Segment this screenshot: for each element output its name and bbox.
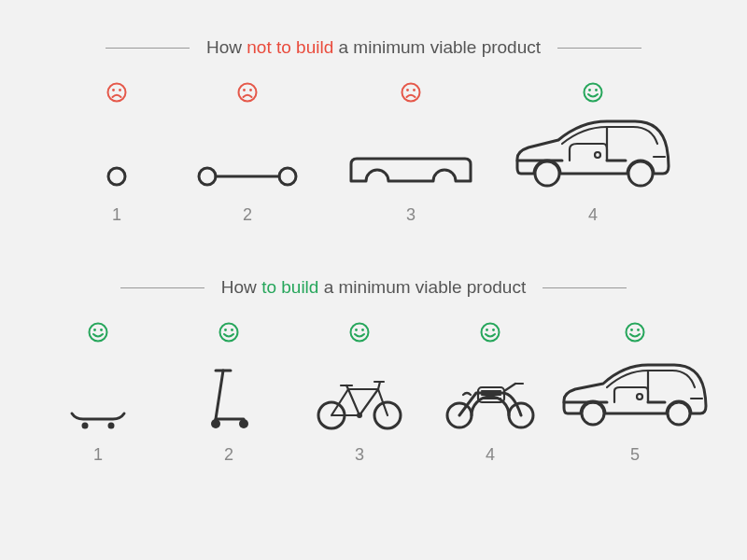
svg-point-23 <box>90 324 107 342</box>
svg-point-11 <box>406 89 409 91</box>
svg-point-35 <box>239 419 248 428</box>
title-highlight: to build <box>261 277 318 297</box>
step-number: 3 <box>355 445 364 465</box>
motorcycle-icon <box>439 356 542 430</box>
svg-point-28 <box>220 324 238 342</box>
happy-face-icon <box>583 82 603 103</box>
sad-face-icon <box>237 82 258 103</box>
svg-point-16 <box>535 161 559 186</box>
step-number: 2 <box>224 445 233 465</box>
section-title: How to build a minimum viable product <box>221 277 526 298</box>
wheel-icon <box>103 116 131 190</box>
svg-point-34 <box>211 419 220 428</box>
svg-line-32 <box>216 371 223 419</box>
car-icon <box>560 356 710 430</box>
title-row: How to build a minimum viable product <box>0 225 747 322</box>
svg-point-29 <box>224 329 227 331</box>
step-number: 4 <box>486 445 495 465</box>
svg-point-9 <box>279 168 296 185</box>
svg-point-0 <box>108 84 126 102</box>
steps-row: 1 2 <box>0 322 747 465</box>
step-2: 2 <box>173 82 322 225</box>
step-3: 3 <box>322 82 500 225</box>
svg-point-54 <box>630 329 633 331</box>
svg-point-3 <box>108 168 125 185</box>
svg-point-46 <box>492 329 495 331</box>
svg-point-25 <box>100 329 103 331</box>
svg-point-2 <box>119 89 121 91</box>
step-number: 3 <box>406 205 416 225</box>
svg-point-37 <box>355 329 358 331</box>
rule-right <box>543 287 627 288</box>
svg-point-15 <box>595 89 598 91</box>
happy-face-icon <box>480 322 500 343</box>
scooter-icon <box>203 356 255 430</box>
svg-point-5 <box>243 89 246 91</box>
car-icon <box>514 116 672 190</box>
step-1: 1 <box>33 322 163 465</box>
svg-point-56 <box>582 402 604 425</box>
svg-point-59 <box>637 394 642 399</box>
title-highlight: not to build <box>247 37 333 57</box>
svg-point-57 <box>668 402 690 425</box>
svg-point-30 <box>231 329 233 331</box>
svg-point-10 <box>402 84 420 102</box>
svg-point-6 <box>249 89 252 91</box>
happy-face-icon <box>218 322 239 343</box>
step-4: 4 <box>500 82 686 225</box>
step-1: 1 <box>61 82 173 225</box>
bicycle-icon <box>313 356 406 430</box>
svg-point-1 <box>112 89 115 91</box>
skateboard-icon <box>68 356 128 430</box>
step-number: 5 <box>630 445 640 465</box>
title-row: How not to build a minimum viable produc… <box>0 0 747 82</box>
title-post: a minimum viable product <box>333 37 541 57</box>
step-number: 2 <box>243 205 252 225</box>
svg-point-38 <box>361 329 364 331</box>
title-post: a minimum viable product <box>318 277 526 297</box>
svg-point-19 <box>595 152 600 158</box>
section-title: How not to build a minimum viable produc… <box>206 37 541 58</box>
step-number: 1 <box>93 445 103 465</box>
section-how-to: How to build a minimum viable product 1 <box>0 225 747 465</box>
step-number: 1 <box>112 205 121 225</box>
svg-point-14 <box>588 89 591 91</box>
svg-point-13 <box>585 84 602 102</box>
svg-point-12 <box>413 89 416 91</box>
svg-point-43 <box>357 413 362 418</box>
svg-point-26 <box>82 423 89 429</box>
svg-point-45 <box>486 329 488 331</box>
svg-point-55 <box>637 329 640 331</box>
svg-point-7 <box>199 168 216 185</box>
rule-right <box>557 48 641 49</box>
svg-point-36 <box>351 324 369 342</box>
happy-face-icon <box>349 322 370 343</box>
svg-point-27 <box>108 423 115 429</box>
title-pre: How <box>206 37 247 57</box>
steps-row: 1 2 3 <box>0 82 747 225</box>
axle-icon <box>196 116 299 190</box>
step-4: 4 <box>425 322 556 465</box>
svg-point-4 <box>239 84 257 102</box>
title-pre: How <box>221 277 261 297</box>
chassis-icon <box>345 116 476 190</box>
svg-line-42 <box>378 382 380 389</box>
step-number: 4 <box>588 205 598 225</box>
sad-face-icon <box>106 82 127 103</box>
step-3: 3 <box>294 322 425 465</box>
svg-point-17 <box>628 161 653 186</box>
svg-point-44 <box>482 324 500 342</box>
svg-point-53 <box>627 324 644 342</box>
sad-face-icon <box>401 82 421 103</box>
step-5: 5 <box>556 322 714 465</box>
svg-point-24 <box>93 329 96 331</box>
rule-left <box>120 287 204 288</box>
happy-face-icon <box>625 322 645 343</box>
rule-left <box>106 48 190 49</box>
section-how-not-to: How not to build a minimum viable produc… <box>0 0 747 225</box>
happy-face-icon <box>88 322 108 343</box>
step-2: 2 <box>163 322 294 465</box>
